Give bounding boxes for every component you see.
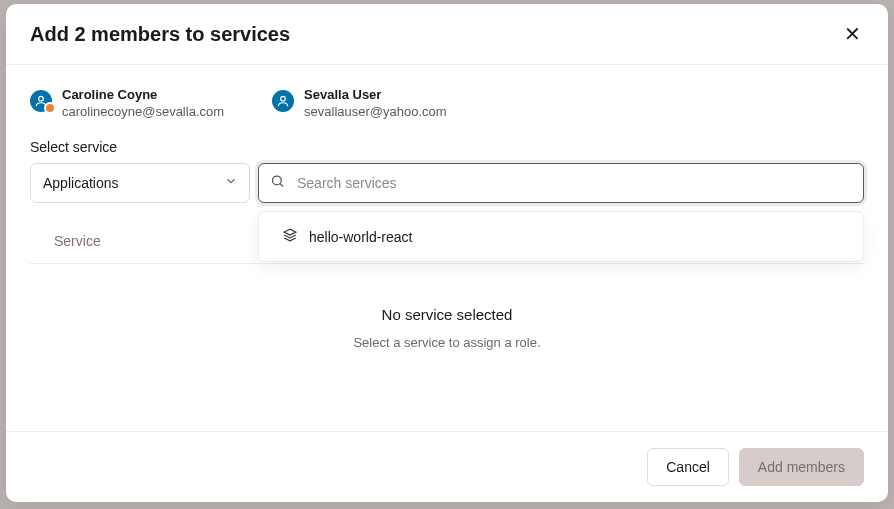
member-name: Sevalla User bbox=[304, 87, 447, 102]
avatar bbox=[30, 90, 52, 112]
service-type-select[interactable]: Applications bbox=[30, 163, 250, 203]
service-type-selected: Applications bbox=[43, 175, 119, 191]
search-dropdown: hello-world-react bbox=[258, 211, 864, 262]
modal-body: Caroline Coyne carolinecoyne@sevalla.com… bbox=[6, 65, 888, 431]
service-type-select-wrap: Applications bbox=[30, 163, 250, 203]
modal-footer: Cancel Add members bbox=[6, 431, 888, 502]
empty-title: No service selected bbox=[30, 306, 864, 323]
close-button[interactable]: ✕ bbox=[840, 22, 864, 46]
add-members-modal: Add 2 members to services ✕ Caroline Coy… bbox=[6, 4, 888, 502]
avatar-badge bbox=[44, 102, 56, 114]
modal-header: Add 2 members to services ✕ bbox=[6, 4, 888, 65]
modal-title: Add 2 members to services bbox=[30, 23, 290, 46]
search-wrap: hello-world-react bbox=[258, 163, 864, 203]
members-row: Caroline Coyne carolinecoyne@sevalla.com… bbox=[30, 87, 864, 119]
empty-subtitle: Select a service to assign a role. bbox=[30, 335, 864, 350]
svg-point-0 bbox=[39, 96, 44, 101]
avatar bbox=[272, 90, 294, 112]
dropdown-item[interactable]: hello-world-react bbox=[259, 218, 863, 255]
member-name: Caroline Coyne bbox=[62, 87, 224, 102]
svg-point-1 bbox=[281, 96, 286, 101]
select-service-label: Select service bbox=[30, 139, 864, 155]
empty-state: No service selected Select a service to … bbox=[30, 264, 864, 380]
cancel-button[interactable]: Cancel bbox=[647, 448, 729, 486]
close-icon: ✕ bbox=[844, 24, 861, 44]
svg-marker-4 bbox=[284, 229, 296, 235]
member-email: carolinecoyne@sevalla.com bbox=[62, 104, 224, 119]
user-icon bbox=[276, 94, 290, 108]
member-item: Sevalla User sevallauser@yahoo.com bbox=[272, 87, 447, 119]
stack-icon bbox=[283, 228, 297, 245]
member-email: sevallauser@yahoo.com bbox=[304, 104, 447, 119]
add-members-button[interactable]: Add members bbox=[739, 448, 864, 486]
dropdown-item-label: hello-world-react bbox=[309, 229, 412, 245]
member-item: Caroline Coyne carolinecoyne@sevalla.com bbox=[30, 87, 224, 119]
controls-row: Applications hello-world-react bbox=[30, 163, 864, 203]
column-header-service: Service bbox=[54, 233, 101, 249]
search-input[interactable] bbox=[258, 163, 864, 203]
